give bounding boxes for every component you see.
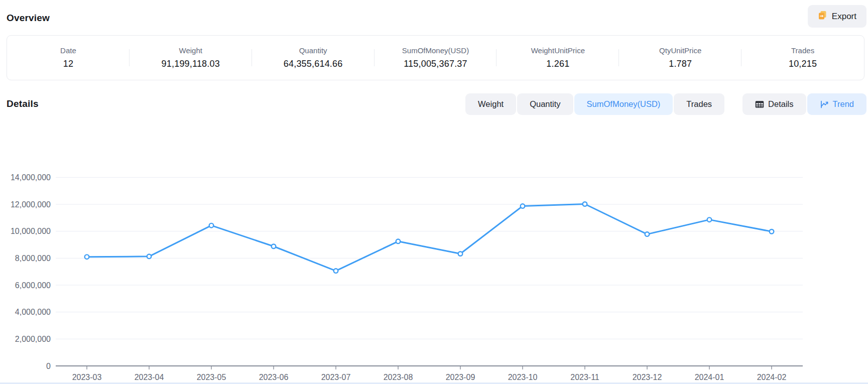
view-tab-label: Details (768, 99, 793, 109)
stat-sum-of-money: SumOfMoney(USD) 115,005,367.37 (375, 43, 497, 72)
stat-label: Trades (741, 46, 864, 55)
stat-label: Date (7, 46, 130, 55)
stat-weight-unit-price: WeightUnitPrice 1.261 (497, 43, 619, 72)
trend-line (87, 204, 772, 271)
chart-data-point[interactable] (645, 232, 650, 236)
metric-tab-group: Weight Quantity SumOfMoney(USD) Trades (465, 93, 724, 115)
export-file-icon (818, 11, 827, 23)
stat-label: WeightUnitPrice (497, 46, 619, 55)
y-tick-label: 6,000,000 (15, 281, 51, 290)
view-toggle-group: Details Trend (742, 93, 866, 115)
tab-weight[interactable]: Weight (465, 93, 516, 115)
x-tick-label: 2023-04 (135, 373, 164, 381)
y-tick-label: 4,000,000 (15, 308, 51, 316)
stat-label: Weight (130, 46, 252, 55)
stat-value: 115,005,367.37 (375, 59, 497, 69)
dashboard-page: Overview Export Date 12 Weight 91,199,11… (0, 0, 868, 384)
export-button-label: Export (832, 12, 856, 22)
y-tick-label: 8,000,000 (15, 254, 51, 263)
stat-label: SumOfMoney(USD) (375, 46, 497, 55)
tab-sum-of-money[interactable]: SumOfMoney(USD) (574, 93, 673, 115)
overview-stats-card: Date 12 Weight 91,199,118.03 Quantity 64… (7, 35, 864, 80)
chart-data-point[interactable] (147, 254, 152, 259)
y-tick-label: 12,000,000 (11, 200, 51, 209)
stat-label: Quantity (252, 46, 375, 55)
x-tick-label: 2023-06 (259, 373, 289, 381)
stat-weight: Weight 91,199,118.03 (130, 43, 252, 72)
export-button[interactable]: Export (808, 5, 866, 28)
details-controls: Weight Quantity SumOfMoney(USD) Trades D… (465, 93, 866, 115)
x-tick-label: 2023-08 (384, 373, 413, 381)
x-tick-label: 2023-12 (633, 373, 662, 381)
chart-data-point[interactable] (334, 269, 338, 273)
y-tick-label: 2,000,000 (15, 335, 51, 343)
trend-line-chart: 02,000,0004,000,0006,000,0008,000,00010,… (0, 136, 868, 384)
x-tick-label: 2023-03 (72, 373, 102, 381)
x-tick-label: 2023-10 (508, 373, 538, 381)
chart-data-point[interactable] (770, 229, 774, 234)
x-tick-label: 2024-01 (695, 373, 724, 381)
y-tick-label: 0 (46, 362, 51, 370)
stat-value: 91,199,118.03 (130, 59, 252, 69)
x-tick-label: 2023-09 (446, 373, 475, 381)
tab-trades[interactable]: Trades (674, 93, 724, 115)
stat-date: Date 12 (7, 43, 130, 72)
view-tab-details[interactable]: Details (742, 93, 806, 115)
details-heading: Details (7, 98, 39, 109)
overview-heading: Overview (7, 13, 50, 24)
table-icon (755, 100, 764, 109)
chart-data-point[interactable] (396, 239, 401, 244)
stat-value: 64,355,614.66 (252, 59, 375, 69)
x-tick-label: 2023-11 (570, 373, 599, 381)
x-tick-label: 2023-05 (197, 373, 226, 381)
chart-data-point[interactable] (707, 217, 712, 222)
stat-label: QtyUnitPrice (619, 46, 741, 55)
chart-data-point[interactable] (583, 202, 587, 206)
trend-chart-area: 02,000,0004,000,0006,000,0008,000,00010,… (0, 136, 868, 384)
chart-data-point[interactable] (521, 204, 525, 208)
stat-trades: Trades 10,215 (741, 43, 864, 72)
chart-data-point[interactable] (85, 254, 89, 259)
stat-value: 12 (7, 59, 130, 69)
stat-value: 1.261 (497, 59, 619, 69)
x-tick-label: 2023-07 (321, 373, 351, 381)
chart-data-point[interactable] (458, 251, 463, 256)
y-tick-label: 14,000,000 (11, 173, 51, 182)
view-tab-trend[interactable]: Trend (807, 93, 867, 115)
stat-value: 1.787 (619, 59, 741, 69)
y-tick-label: 10,000,000 (11, 227, 51, 235)
chart-data-point[interactable] (209, 223, 214, 228)
stat-quantity: Quantity 64,355,614.66 (252, 43, 375, 72)
stat-value: 10,215 (741, 59, 864, 69)
trend-icon (820, 100, 829, 109)
x-tick-label: 2024-02 (757, 373, 787, 381)
chart-data-point[interactable] (272, 244, 276, 248)
stat-qty-unit-price: QtyUnitPrice 1.787 (619, 43, 741, 72)
view-tab-label: Trend (833, 99, 854, 109)
tab-quantity[interactable]: Quantity (517, 93, 573, 115)
